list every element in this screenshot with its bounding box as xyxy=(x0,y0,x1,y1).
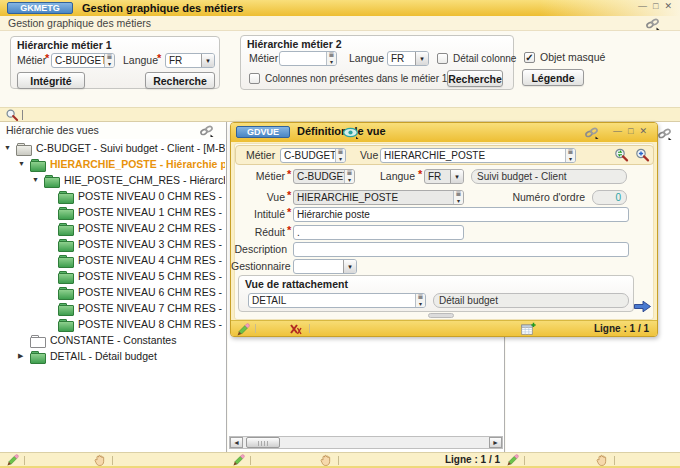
edit-pencil-icon[interactable] xyxy=(6,454,19,466)
app-titlebar: GKMETG Gestion graphique des métiers — □… xyxy=(0,0,680,16)
form-intitule-input[interactable] xyxy=(293,207,629,222)
eye-icon[interactable] xyxy=(343,127,359,139)
metier2-combo[interactable] xyxy=(279,51,337,66)
app-title: Gestion graphique des métiers xyxy=(82,1,243,15)
search-refresh-icon[interactable] xyxy=(614,148,629,163)
list-of-values-icon[interactable] xyxy=(453,191,463,204)
list-of-values-icon[interactable] xyxy=(335,149,345,162)
form-description-input[interactable] xyxy=(293,242,629,257)
dropdown-arrow-icon[interactable] xyxy=(450,170,463,183)
twisty-icon[interactable] xyxy=(4,140,16,156)
edit-pencil-icon[interactable] xyxy=(506,454,519,466)
link-icon[interactable] xyxy=(657,127,672,140)
horizontal-scrollbar[interactable]: ◄ ► xyxy=(229,436,503,449)
close-icon[interactable]: ✕ xyxy=(639,126,647,136)
tree-item[interactable]: POSTE NIVEAU 3 CHM RES - Poste Niveau 3 … xyxy=(0,236,225,252)
integrite-button[interactable]: Intégrité xyxy=(17,72,85,89)
form-vue-label: Vue xyxy=(231,190,285,205)
tree-item[interactable]: DETAIL - Détail budget xyxy=(0,348,225,364)
required-marker: * xyxy=(287,206,291,219)
go-to-view-arrow-icon[interactable] xyxy=(633,299,652,314)
dropdown-arrow-icon[interactable] xyxy=(343,260,356,273)
table-add-icon[interactable] xyxy=(521,322,536,336)
form-reduit-input[interactable] xyxy=(293,225,464,240)
link-icon[interactable] xyxy=(584,126,599,139)
splitter-handle[interactable] xyxy=(428,313,454,318)
scroll-right-icon[interactable]: ► xyxy=(489,437,502,448)
tree-item[interactable]: POSTE NIVEAU 7 CHM RES - Poste Niveau 7 … xyxy=(0,300,225,316)
form-reduit-label: Réduit xyxy=(231,225,285,240)
tree-item[interactable]: POSTE NIVEAU 4 CHM RES - Poste Niveau 4 … xyxy=(0,252,225,268)
tree-item[interactable]: POSTE NIVEAU 8 CHM RES - Poste Niveau 8 … xyxy=(0,316,225,332)
maximize-icon[interactable]: □ xyxy=(628,126,633,136)
form-description-label: Description xyxy=(231,242,287,257)
twisty-icon[interactable] xyxy=(18,156,30,172)
rattachement-title: Vue de rattachement xyxy=(245,278,348,290)
list-of-values-icon[interactable] xyxy=(104,54,114,67)
langue2-select[interactable]: FR xyxy=(387,51,429,66)
zoom-plus-icon[interactable] xyxy=(635,148,650,163)
minimize-icon[interactable]: — xyxy=(638,1,647,11)
tree-item[interactable]: POSTE NIVEAU 1 CHM RES - Poste Niveau 1 … xyxy=(0,204,225,220)
maximize-icon[interactable]: □ xyxy=(653,1,658,11)
edit-pencil-icon[interactable] xyxy=(232,454,245,466)
dropdown-arrow-icon[interactable] xyxy=(415,52,428,65)
dropdown-arrow-icon[interactable] xyxy=(201,54,214,67)
close-icon[interactable]: ✕ xyxy=(664,1,672,11)
group-hierarchie-metier-2: Hiérarchie métier 2 Métier Langue FR Dét… xyxy=(240,35,514,90)
tree-item-label: POSTE NIVEAU 6 CHM RES - Poste Niveau 6 … xyxy=(78,286,225,298)
twisty-icon[interactable] xyxy=(32,172,44,188)
tree-item[interactable]: HIERARCHIE_POSTE - Hiérarchie poste xyxy=(0,156,225,172)
metier1-combo[interactable]: C-BUDGET xyxy=(51,53,115,68)
tree-item[interactable]: HIE_POSTE_CHM_RES - Hiérarchie poste che… xyxy=(0,172,225,188)
query-metier-combo[interactable]: C-BUDGET xyxy=(280,148,346,163)
minimize-icon[interactable]: — xyxy=(613,126,622,136)
tree-item[interactable]: POSTE NIVEAU 6 CHM RES - Poste Niveau 6 … xyxy=(0,284,225,300)
objet-masque-checkbox[interactable] xyxy=(524,52,535,63)
group-hierarchie-metier-1: Hiérarchie métier 1 Métier * C-BUDGET La… xyxy=(10,36,220,89)
line-counter: Ligne : 1 / 1 xyxy=(430,453,500,467)
scroll-left-icon[interactable]: ◄ xyxy=(230,437,243,448)
colonnes-checkbox[interactable] xyxy=(249,73,260,84)
tree-item[interactable]: POSTE NIVEAU 0 CHM RES - Poste Niveau 0 … xyxy=(0,188,225,204)
text-caret xyxy=(22,110,23,120)
list-of-values-icon[interactable] xyxy=(344,170,354,183)
search-input[interactable] xyxy=(21,109,671,121)
link-icon[interactable] xyxy=(645,17,660,30)
tree-item[interactable]: CONSTANTE - Constantes xyxy=(0,332,225,348)
tree-item-label: HIERARCHIE_POSTE - Hiérarchie poste xyxy=(50,158,225,170)
rattachement-vue-combo[interactable]: DETAIL xyxy=(248,293,426,308)
list-of-values-icon[interactable] xyxy=(565,149,575,162)
list-of-values-icon[interactable] xyxy=(326,52,336,65)
form-gestionnaire-select[interactable] xyxy=(293,259,357,274)
tree-item[interactable]: POSTE NIVEAU 2 CHM RES - Poste Niveau 2 … xyxy=(0,220,225,236)
objet-masque-label: Objet masqué xyxy=(540,50,605,65)
link-icon[interactable] xyxy=(199,124,214,137)
form-langue-value: FR xyxy=(425,171,450,182)
tree-panel-header: Hiérarchie des vues xyxy=(0,122,226,139)
tree-item[interactable]: C-BUDGET - Suivi budget - Client - [M-BU… xyxy=(0,140,225,156)
langue1-value: FR xyxy=(166,55,201,66)
delete-x-icon[interactable] xyxy=(289,323,302,335)
metier2-label: Métier xyxy=(249,51,278,66)
edit-pencil-icon[interactable] xyxy=(236,323,250,336)
gdvue-titlebar[interactable]: GDVUE Définition de vue — □ ✕ xyxy=(231,123,657,142)
query-metier-value: C-BUDGET xyxy=(281,150,335,161)
scrollbar-thumb[interactable] xyxy=(246,437,280,448)
list-of-values-icon[interactable] xyxy=(415,294,425,307)
form-langue-select[interactable]: FR xyxy=(424,169,464,184)
twisty-icon[interactable] xyxy=(18,348,30,364)
tree-item[interactable]: POSTE NIVEAU 5 CHM RES - Poste Niveau 5 … xyxy=(0,268,225,284)
legende-button[interactable]: Légende xyxy=(522,69,584,86)
search-icon xyxy=(5,109,19,122)
app-code-badge: GKMETG xyxy=(7,2,73,14)
recherche1-button[interactable]: Recherche xyxy=(145,72,215,89)
folder-icon xyxy=(58,303,73,314)
detail-colonne-checkbox[interactable] xyxy=(437,53,448,64)
recherche2-button[interactable]: Recherche xyxy=(447,70,503,87)
form-metier-combo[interactable]: C-BUDGET xyxy=(293,169,355,184)
langue1-select[interactable]: FR xyxy=(165,53,215,68)
form-vue-combo[interactable]: HIERARCHIE_POSTE xyxy=(293,190,464,205)
query-metier-label: Métier xyxy=(246,148,275,163)
query-vue-combo[interactable]: HIERARCHIE_POSTE xyxy=(380,148,576,163)
